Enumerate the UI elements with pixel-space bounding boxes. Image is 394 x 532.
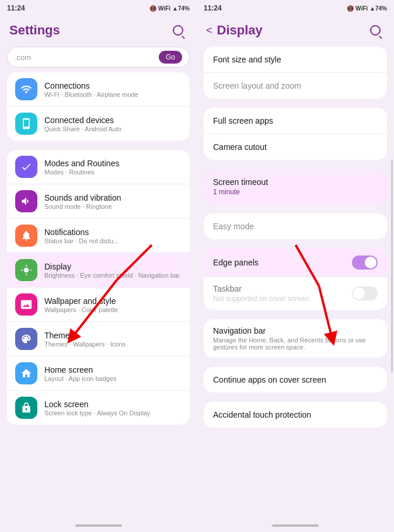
display-item-easy-mode[interactable]: Easy mode bbox=[204, 214, 387, 239]
display-text: Display Brightness · Eye comfort shield … bbox=[44, 262, 182, 279]
screen-layout-title: Screen layout and zoom bbox=[213, 81, 378, 90]
display-item-nav-bar[interactable]: Navigation bar Manage the Home, Back, an… bbox=[204, 319, 387, 358]
toggle-item-taskbar[interactable]: Taskbar Not supported on cover screen bbox=[204, 277, 387, 310]
settings-item-wallpaper[interactable]: Wallpaper and style Wallpapers · Color p… bbox=[7, 288, 190, 322]
themes-text: Themes Themes · Wallpapers · Icons bbox=[44, 331, 182, 348]
themes-icon bbox=[15, 328, 37, 350]
section-full-screen: Full screen apps Camera cutout bbox=[204, 108, 387, 160]
wallpaper-text: Wallpaper and style Wallpapers · Color p… bbox=[44, 296, 182, 313]
settings-item-sounds[interactable]: Sounds and vibration Sound mode · Ringto… bbox=[7, 184, 190, 219]
display-item-timeout[interactable]: Screen timeout 1 minute bbox=[204, 169, 387, 204]
back-button[interactable]: < bbox=[206, 24, 212, 37]
connections-icon bbox=[15, 78, 37, 100]
timeout-sub: 1 minute bbox=[213, 188, 378, 196]
accidental-title: Accidental touch protection bbox=[213, 410, 378, 419]
taskbar-sub: Not supported on cover screen bbox=[213, 295, 352, 303]
connected-devices-icon bbox=[15, 113, 37, 135]
section-timeout: Screen timeout 1 minute bbox=[204, 169, 387, 204]
connections-text: Connections Wi-Fi · Bluetooth · Airplane… bbox=[44, 81, 182, 98]
left-status-icons: 📵WiFi▲74% bbox=[149, 5, 190, 12]
modes-icon bbox=[15, 156, 37, 178]
display-icon bbox=[15, 259, 37, 281]
settings-item-connected-devices[interactable]: Connected devices Quick Share · Android … bbox=[7, 107, 190, 141]
left-bottom-nav bbox=[0, 522, 197, 532]
settings-item-connections[interactable]: Connections Wi-Fi · Bluetooth · Airplane… bbox=[7, 72, 190, 107]
search-url-text: .com bbox=[15, 53, 31, 62]
edge-panels-text: Edge panels bbox=[213, 258, 352, 267]
display-item-camera-cutout[interactable]: Camera cutout bbox=[204, 134, 387, 160]
settings-item-lock[interactable]: Lock screen Screen lock type · Always On… bbox=[7, 391, 190, 425]
left-scroll-area: .com Go Connections Wi-Fi · Bluetooth · … bbox=[0, 44, 197, 522]
right-search-icon bbox=[370, 25, 381, 36]
left-nav-pill bbox=[75, 524, 122, 527]
display-item-accidental[interactable]: Accidental touch protection bbox=[204, 402, 387, 428]
connected-devices-sub: Quick Share · Android Auto bbox=[44, 125, 182, 132]
display-item-screen-layout[interactable]: Screen layout and zoom bbox=[204, 73, 387, 99]
nav-bar-sub: Manage the Home, Back, and Recents butto… bbox=[213, 337, 378, 351]
left-header: Settings bbox=[0, 16, 197, 44]
home-sub: Layout · App icon badges bbox=[44, 375, 182, 382]
settings-item-notifications[interactable]: Notifications Status bar · Do not distu.… bbox=[7, 219, 190, 253]
modes-text: Modes and Routines Modes · Routines bbox=[44, 159, 182, 176]
right-bottom-nav bbox=[197, 522, 394, 532]
display-item-fullscreen[interactable]: Full screen apps bbox=[204, 108, 387, 134]
taskbar-label: Taskbar bbox=[213, 284, 352, 293]
font-title: Font size and style bbox=[213, 55, 378, 64]
notifications-text: Notifications Status bar · Do not distu.… bbox=[44, 228, 182, 244]
settings-item-modes[interactable]: Modes and Routines Modes · Routines bbox=[7, 150, 190, 184]
search-bar[interactable]: .com Go bbox=[7, 47, 190, 68]
lock-title: Lock screen bbox=[44, 400, 182, 409]
settings-item-home[interactable]: Home screen Layout · App icon badges bbox=[7, 356, 190, 391]
section-accidental-touch: Accidental touch protection bbox=[204, 402, 387, 428]
go-button[interactable]: Go bbox=[159, 51, 182, 64]
themes-sub: Themes · Wallpapers · Icons bbox=[44, 341, 182, 348]
right-search-button[interactable] bbox=[366, 21, 385, 40]
camera-cutout-title: Camera cutout bbox=[213, 142, 378, 152]
themes-title: Themes bbox=[44, 331, 182, 340]
scroll-indicator bbox=[391, 160, 393, 373]
notifications-icon bbox=[15, 225, 37, 247]
wallpaper-title: Wallpaper and style bbox=[44, 296, 182, 306]
settings-item-themes[interactable]: Themes Themes · Wallpapers · Icons bbox=[7, 322, 190, 356]
left-status-bar: 11:24 📵WiFi▲74% bbox=[0, 0, 197, 16]
section-nav-bar: Navigation bar Manage the Home, Back, an… bbox=[204, 319, 387, 358]
connected-devices-text: Connected devices Quick Share · Android … bbox=[44, 116, 182, 132]
timeout-title: Screen timeout bbox=[213, 177, 378, 187]
section-toggles: Edge panels Taskbar Not supported on cov… bbox=[204, 249, 387, 310]
right-nav-pill bbox=[272, 524, 319, 527]
connected-devices-title: Connected devices bbox=[44, 116, 182, 125]
display-title: Display bbox=[44, 262, 182, 271]
wallpaper-icon bbox=[15, 293, 37, 316]
home-icon bbox=[15, 362, 37, 384]
display-item-font[interactable]: Font size and style bbox=[204, 47, 387, 73]
edge-panels-label: Edge panels bbox=[213, 258, 352, 267]
edge-panels-knob bbox=[365, 257, 376, 268]
notifications-title: Notifications bbox=[44, 228, 182, 237]
home-text: Home screen Layout · App icon badges bbox=[44, 365, 182, 382]
sounds-icon bbox=[15, 190, 37, 212]
sounds-text: Sounds and vibration Sound mode · Ringto… bbox=[44, 193, 182, 210]
lock-text: Lock screen Screen lock type · Always On… bbox=[44, 400, 182, 416]
home-title: Home screen bbox=[44, 365, 182, 374]
notifications-sub: Status bar · Do not distu... bbox=[44, 237, 182, 244]
right-status-bar: 11:24 📵WiFi▲74% bbox=[197, 0, 394, 16]
display-item-continue[interactable]: Continue apps on cover screen bbox=[204, 367, 387, 393]
toggle-item-edge-panels[interactable]: Edge panels bbox=[204, 249, 387, 277]
sounds-title: Sounds and vibration bbox=[44, 193, 182, 202]
connections-title: Connections bbox=[44, 81, 182, 90]
section-main: Modes and Routines Modes · Routines Soun… bbox=[7, 150, 190, 425]
right-status-icons: 📵WiFi▲74% bbox=[347, 5, 387, 12]
modes-title: Modes and Routines bbox=[44, 159, 182, 168]
taskbar-knob bbox=[353, 288, 365, 299]
lock-icon bbox=[15, 397, 37, 419]
edge-panels-toggle[interactable] bbox=[352, 256, 378, 270]
modes-sub: Modes · Routines bbox=[44, 169, 182, 176]
taskbar-toggle[interactable] bbox=[352, 286, 378, 300]
left-panel-title: Settings bbox=[9, 23, 60, 38]
lock-sub: Screen lock type · Always On Display bbox=[44, 410, 182, 416]
continue-title: Continue apps on cover screen bbox=[213, 375, 378, 384]
left-search-button[interactable] bbox=[169, 21, 187, 40]
easy-mode-title: Easy mode bbox=[213, 222, 378, 231]
settings-item-display[interactable]: Display Brightness · Eye comfort shield … bbox=[7, 253, 190, 288]
section-connections: Connections Wi-Fi · Bluetooth · Airplane… bbox=[7, 72, 190, 141]
